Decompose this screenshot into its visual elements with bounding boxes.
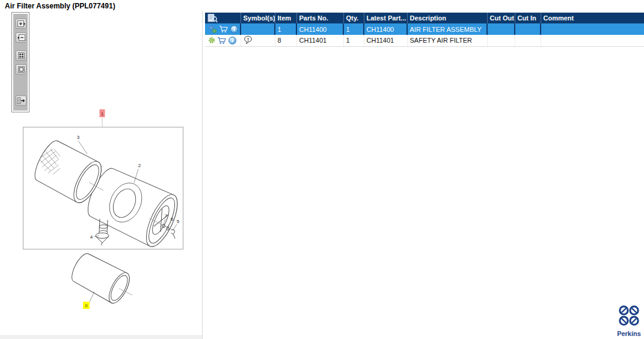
row-actions-cell[interactable]: i — [205, 23, 241, 35]
part-8-safety-filter — [68, 250, 133, 307]
item-cell[interactable]: 8 — [275, 35, 296, 46]
exploded-view-diagram: 1 — [0, 0, 202, 339]
table-row-selected[interactable]: i 1 CH11400 1 CH11400 AIR FILTER ASSEMBL… — [205, 23, 644, 35]
column-header-latest-part[interactable]: Latest Part... — [364, 13, 407, 23]
gears-icon[interactable] — [208, 25, 217, 34]
callout-5-label[interactable]: 5 — [177, 219, 180, 224]
info-icon[interactable]: i — [230, 25, 238, 33]
perkins-logo-icon — [618, 304, 640, 327]
latest-part-cell[interactable]: CH11401 — [364, 35, 407, 46]
description-cell[interactable]: AIR FILTER ASSEMBLY — [407, 23, 487, 35]
note-balloon-icon[interactable]: ! — [244, 35, 272, 45]
callout-6-label[interactable]: 6 — [171, 216, 174, 222]
cut-out-cell[interactable] — [487, 35, 515, 46]
callout-2-label[interactable]: 2 — [138, 163, 141, 168]
cut-in-cell[interactable] — [515, 23, 541, 35]
item-cell[interactable]: 1 — [275, 23, 296, 35]
gear-icon[interactable] — [208, 37, 215, 44]
column-header-qty[interactable]: Qty. — [343, 13, 364, 23]
qty-cell[interactable]: 1 — [343, 23, 364, 35]
column-header-symbols[interactable]: Symbol(s) — [241, 13, 275, 23]
qty-cell[interactable]: 1 — [343, 35, 364, 46]
parts-table: Symbol(s) Item Parts No. Qty. Latest Par… — [205, 13, 644, 47]
column-header-description[interactable]: Description — [407, 13, 487, 23]
panel-divider — [202, 11, 203, 339]
table-header-row: Symbol(s) Item Parts No. Qty. Latest Par… — [205, 13, 644, 23]
callout-3-label[interactable]: 3 — [77, 135, 80, 140]
cart-icon[interactable] — [217, 37, 227, 44]
comment-cell[interactable] — [541, 23, 644, 35]
callout-8-label[interactable]: 8 — [85, 303, 88, 308]
cut-in-cell[interactable] — [515, 35, 541, 46]
parts-catalog-window: Air Filter Assembly (PPL077491) — [0, 0, 644, 339]
row-actions-cell[interactable]: i — [205, 35, 241, 46]
parts-list-preview-icon — [207, 14, 238, 23]
callout-4-label[interactable]: 4 — [90, 234, 93, 240]
column-header-item[interactable]: Item — [275, 13, 296, 23]
column-header-cut-out[interactable]: Cut Out — [487, 13, 515, 23]
info-icon[interactable]: i — [228, 37, 236, 44]
parts-no-cell[interactable]: CH11401 — [296, 35, 343, 46]
callout-7-label[interactable]: 7 — [165, 213, 168, 219]
column-header-comment[interactable]: Comment — [541, 13, 644, 23]
latest-part-cell[interactable]: CH11400 — [364, 23, 407, 35]
description-cell[interactable]: SAFETY AIR FILTER — [407, 35, 487, 46]
parts-no-cell[interactable]: CH11400 — [296, 23, 343, 35]
cart-icon[interactable] — [219, 25, 228, 33]
viewer-horizontal-scrollbar[interactable] — [0, 335, 202, 339]
perkins-wordmark: Perkins — [615, 330, 643, 337]
column-header-cut-in[interactable]: Cut In — [515, 13, 541, 23]
table-row[interactable]: i ! 8 CH11401 1 — [205, 35, 644, 46]
perkins-logo: Perkins — [615, 304, 643, 337]
callout-1-label[interactable]: 1 — [101, 111, 104, 117]
column-header-parts-no[interactable]: Parts No. — [296, 13, 343, 23]
cut-out-cell[interactable] — [487, 23, 515, 35]
svg-text:!: ! — [247, 37, 249, 42]
column-header-actions[interactable] — [205, 13, 241, 23]
symbols-cell[interactable]: ! — [241, 35, 275, 46]
symbols-cell[interactable] — [241, 23, 275, 35]
comment-cell[interactable] — [541, 35, 644, 46]
